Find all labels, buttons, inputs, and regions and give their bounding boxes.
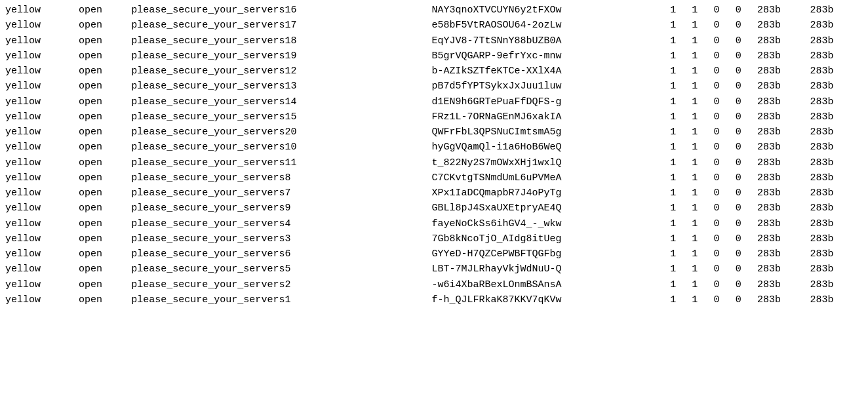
- cell-row15-col4: 1: [670, 231, 692, 246]
- cell-row5-col6: 0: [714, 79, 736, 94]
- cell-row5-col9: 283b: [810, 79, 863, 94]
- table-row: yellowopenplease_secure_your_servers11t_…: [5, 155, 863, 170]
- table-row: yellowopenplease_secure_your_servers18Eq…: [5, 33, 863, 49]
- cell-row11-col1: open: [79, 170, 131, 186]
- cell-row4-col2: please_secure_your_servers12: [131, 64, 431, 79]
- cell-row7-col8: 283b: [757, 109, 810, 125]
- cell-row8-col9: 283b: [810, 125, 863, 140]
- cell-row3-col4: 1: [670, 49, 692, 64]
- cell-row6-col6: 0: [714, 94, 736, 109]
- cell-row6-col7: 0: [736, 94, 757, 109]
- cell-row18-col1: open: [79, 277, 131, 292]
- cell-row16-col6: 0: [714, 246, 736, 262]
- cell-row10-col9: 283b: [810, 155, 863, 170]
- cell-row0-col8: 283b: [757, 3, 810, 18]
- cell-row2-col9: 283b: [810, 33, 863, 49]
- cell-row5-col2: please_secure_your_servers13: [131, 79, 431, 94]
- cell-row2-col8: 283b: [757, 33, 810, 49]
- cell-row9-col5: 1: [692, 140, 713, 155]
- cell-row18-col6: 0: [714, 277, 736, 292]
- cell-row16-col8: 283b: [757, 246, 810, 262]
- cell-row7-col3: FRz1L-7ORNaGEnMJ6xakIA: [431, 109, 670, 125]
- cell-row11-col8: 283b: [757, 170, 810, 186]
- cell-row8-col3: QWFrFbL3QPSNuCImtsmA5g: [431, 125, 670, 140]
- cell-row0-col3: NAY3qnoXTVCUYN6y2tFXOw: [431, 3, 670, 18]
- cell-row1-col7: 0: [736, 18, 757, 33]
- cell-row13-col9: 283b: [810, 201, 863, 216]
- cell-row14-col4: 1: [670, 216, 692, 231]
- cell-row1-col3: e58bF5VtRAOSOU64-2ozLw: [431, 18, 670, 33]
- cell-row17-col7: 0: [736, 262, 757, 277]
- cell-row7-col6: 0: [714, 109, 736, 125]
- cell-row14-col0: yellow: [5, 216, 79, 231]
- cell-row10-col0: yellow: [5, 155, 79, 170]
- table-row: yellowopenplease_secure_your_servers17e5…: [5, 18, 863, 33]
- cell-row10-col3: t_822Ny2S7mOWxXHj1wxlQ: [431, 155, 670, 170]
- cell-row4-col9: 283b: [810, 64, 863, 79]
- cell-row17-col1: open: [79, 262, 131, 277]
- cell-row5-col1: open: [79, 79, 131, 94]
- cell-row17-col5: 1: [692, 262, 713, 277]
- cell-row14-col1: open: [79, 216, 131, 231]
- cell-row1-col6: 0: [714, 18, 736, 33]
- cell-row7-col5: 1: [692, 109, 713, 125]
- cell-row14-col3: fayeNoCkSs6ihGV4_-_wkw: [431, 216, 670, 231]
- cell-row14-col6: 0: [714, 216, 736, 231]
- cell-row0-col2: please_secure_your_servers16: [131, 3, 431, 18]
- cell-row1-col1: open: [79, 18, 131, 33]
- cell-row3-col7: 0: [736, 49, 757, 64]
- cell-row12-col1: open: [79, 186, 131, 201]
- cell-row0-col0: yellow: [5, 3, 79, 18]
- cell-row18-col4: 1: [670, 277, 692, 292]
- cell-row4-col0: yellow: [5, 64, 79, 79]
- cell-row15-col7: 0: [736, 231, 757, 246]
- cell-row12-col7: 0: [736, 186, 757, 201]
- cell-row7-col7: 0: [736, 109, 757, 125]
- cell-row18-col8: 283b: [757, 277, 810, 292]
- table-row: yellowopenplease_secure_your_servers2-w6…: [5, 277, 863, 292]
- cell-row11-col5: 1: [692, 170, 713, 186]
- table-row: yellowopenplease_secure_your_servers15FR…: [5, 109, 863, 125]
- cell-row19-col1: open: [79, 292, 131, 307]
- cell-row0-col9: 283b: [810, 3, 863, 18]
- cell-row11-col6: 0: [714, 170, 736, 186]
- cell-row16-col5: 1: [692, 246, 713, 262]
- cell-row9-col1: open: [79, 140, 131, 155]
- table-row: yellowopenplease_secure_your_servers16NA…: [5, 3, 863, 18]
- cell-row12-col5: 1: [692, 186, 713, 201]
- cell-row11-col3: C7CKvtgTSNmdUmL6uPVMeA: [431, 170, 670, 186]
- cell-row18-col0: yellow: [5, 277, 79, 292]
- cell-row19-col4: 1: [670, 292, 692, 307]
- cell-row0-col7: 0: [736, 3, 757, 18]
- cell-row13-col5: 1: [692, 201, 713, 216]
- cell-row18-col9: 283b: [810, 277, 863, 292]
- cell-row0-col5: 1: [692, 3, 713, 18]
- cell-row3-col3: B5grVQGARP-9efrYxc-mnw: [431, 49, 670, 64]
- cell-row7-col1: open: [79, 109, 131, 125]
- cell-row13-col1: open: [79, 201, 131, 216]
- table-row: yellowopenplease_secure_your_servers13pB…: [5, 79, 863, 94]
- cell-row10-col5: 1: [692, 155, 713, 170]
- cell-row3-col9: 283b: [810, 49, 863, 64]
- cell-row17-col9: 283b: [810, 262, 863, 277]
- cell-row4-col7: 0: [736, 64, 757, 79]
- cell-row15-col1: open: [79, 231, 131, 246]
- cell-row15-col5: 1: [692, 231, 713, 246]
- cell-row4-col3: b-AZIkSZTfeKTCe-XXlX4A: [431, 64, 670, 79]
- cell-row10-col2: please_secure_your_servers11: [131, 155, 431, 170]
- cell-row4-col5: 1: [692, 64, 713, 79]
- cell-row8-col1: open: [79, 125, 131, 140]
- cell-row3-col1: open: [79, 49, 131, 64]
- cell-row3-col5: 1: [692, 49, 713, 64]
- cell-row5-col4: 1: [670, 79, 692, 94]
- cell-row16-col2: please_secure_your_servers6: [131, 246, 431, 262]
- cell-row16-col1: open: [79, 246, 131, 262]
- cell-row6-col3: d1EN9h6GRTePuaFfDQFS-g: [431, 94, 670, 109]
- cell-row19-col6: 0: [714, 292, 736, 307]
- cell-row6-col4: 1: [670, 94, 692, 109]
- table-row: yellowopenplease_secure_your_servers10hy…: [5, 140, 863, 155]
- cell-row15-col0: yellow: [5, 231, 79, 246]
- cell-row15-col3: 7Gb8kNcoTjO_AIdg8itUeg: [431, 231, 670, 246]
- cell-row12-col0: yellow: [5, 186, 79, 201]
- cell-row10-col1: open: [79, 155, 131, 170]
